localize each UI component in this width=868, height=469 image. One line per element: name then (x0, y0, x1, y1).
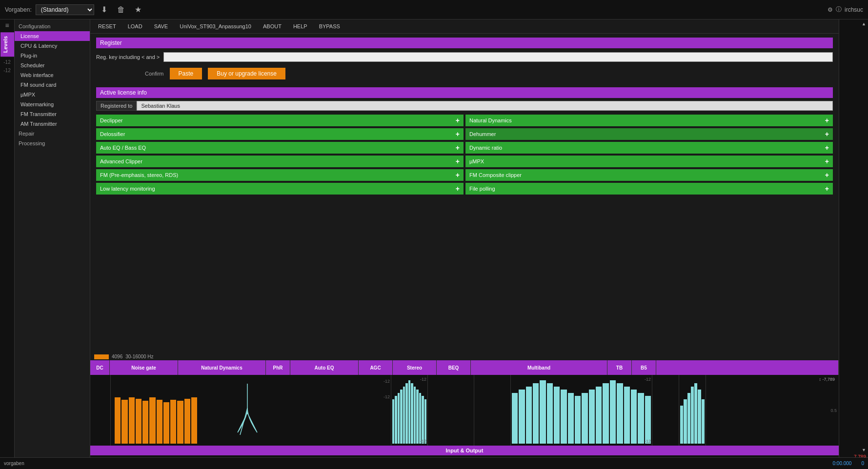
stereo-meter (428, 375, 474, 446)
noise-gate-bar (121, 400, 127, 444)
proc-stereo[interactable]: Stereo (393, 360, 437, 375)
proc-multiband[interactable]: Multiband (471, 360, 607, 375)
phr-meter (294, 375, 321, 446)
proc-dc[interactable]: DC (90, 360, 110, 375)
sidebar-item-license[interactable]: License (15, 31, 90, 41)
load-button[interactable]: LOAD (126, 22, 144, 30)
buy-button[interactable]: Buy or upgrade license (208, 68, 285, 79)
right-scroll-v[interactable]: ▲ (862, 21, 866, 26)
feature-autoeq: Auto EQ / Bass EQ + (96, 142, 464, 154)
agc-meter: -12 -12 (391, 375, 428, 446)
agc-bar (405, 383, 407, 444)
proc-noise-gate[interactable]: Noise gate (110, 360, 178, 375)
dc-meter (90, 375, 111, 446)
sidebar-item-fm-sound-card[interactable]: FM sound card (15, 80, 90, 90)
registered-to-value: Sebastian Klaus (137, 101, 833, 111)
proc-auto-eq[interactable]: Auto EQ (290, 360, 359, 375)
menu-bar: RESET LOAD SAVE UniVox_ST903_Anpassung10… (90, 20, 839, 34)
multiband-bar (596, 387, 602, 444)
top-bar: Vorgaben: (Standard) ⬇ 🗑 ★ ⚙ ⓘ irchsuc (0, 0, 868, 20)
sidebar-item-plugin[interactable]: Plug-in (15, 51, 90, 60)
multiband-bar (589, 390, 595, 444)
levels-tab[interactable]: Levels (0, 32, 14, 57)
sidebar-item-fm-transmitter[interactable]: FM Transmitter (15, 109, 90, 119)
sidebar-section-processing[interactable]: Processing (15, 138, 90, 148)
proc-natural-dynamics[interactable]: Natural Dynamics (178, 360, 266, 375)
proc-beq[interactable]: BEQ (437, 360, 471, 375)
proc-tb[interactable]: TB (607, 360, 632, 375)
reg-key-input[interactable] (163, 52, 833, 62)
help-button[interactable]: HELP (291, 22, 309, 30)
feature-low-latency: Low latency monitoring + (96, 183, 464, 195)
download-icon[interactable]: ⬇ (98, 4, 110, 15)
freq-indicator (94, 354, 109, 359)
sidebar-item-cpu-latency[interactable]: CPU & Latency (15, 41, 90, 51)
content-area: RESET LOAD SAVE UniVox_ST903_Anpassung10… (90, 20, 839, 469)
feature-declipper: Declipper + (96, 115, 464, 126)
multiband-bar (631, 390, 637, 444)
registered-to-row: Registered to Sebastian Klaus (96, 101, 833, 111)
agc-bar (398, 393, 400, 444)
b5-bar (691, 387, 694, 444)
sidebar-section-repair[interactable]: Repair (15, 129, 90, 138)
sidebar-item-umpx[interactable]: µMPX (15, 90, 90, 99)
sidebar-item-watermarking[interactable]: Watermarking (15, 99, 90, 109)
noise-gate-bar (177, 401, 183, 444)
save-button[interactable]: SAVE (152, 22, 170, 30)
multiband-meter: -12 -12 (511, 375, 652, 446)
feature-fm-pre-plus: + (456, 171, 460, 179)
proc-b5[interactable]: B5 (632, 360, 656, 375)
top-bar-left: Vorgaben: (Standard) ⬇ 🗑 ★ (5, 4, 144, 15)
star-icon[interactable]: ★ (132, 4, 144, 15)
status-bar: vorgaben 0:00.000 0 (90, 457, 839, 469)
natdyn-meter (201, 375, 294, 446)
feature-fm-pre-label: FM (Pre-emphasis, stereo, RDS) (100, 172, 178, 178)
register-header: Register (96, 38, 833, 48)
reg-key-label: Reg. key including < and > (96, 54, 160, 60)
bypass-button[interactable]: BYPASS (317, 22, 342, 30)
b5-bar (680, 406, 683, 444)
multiband-bar (512, 393, 518, 444)
noise-gate-bar (136, 399, 141, 444)
multiband-bar (638, 393, 644, 444)
time-display: 0:00.000 (833, 461, 839, 466)
feature-umpx-label: µMPX (469, 158, 484, 164)
sidebar-item-scheduler[interactable]: Scheduler (15, 60, 90, 70)
sidebar-item-am-transmitter[interactable]: AM Transmitter (15, 119, 90, 129)
multiband-bar (533, 383, 539, 444)
autoeq-meter: -12 -12 (321, 375, 391, 446)
preset-select[interactable]: (Standard) (36, 4, 94, 15)
settings-icon[interactable]: ⚙ (828, 6, 833, 13)
trash-icon[interactable]: 🗑 (114, 4, 128, 15)
left-sidebar: Configuration License CPU & Latency Plug… (15, 20, 90, 469)
about-button[interactable]: ABOUT (261, 22, 283, 30)
agc-bar (419, 393, 421, 444)
multiband-bar (554, 387, 560, 444)
paste-button[interactable]: Paste (170, 68, 202, 79)
b5-bar (684, 399, 686, 444)
feature-advanced-clipper: Advanced Clipper + (96, 156, 464, 167)
feature-natural-dynamics-label: Natural Dynamics (469, 117, 512, 123)
proc-last (656, 360, 839, 375)
freq-value: 4096 (112, 354, 122, 359)
home-icon[interactable]: ≡ (5, 21, 9, 29)
reset-button[interactable]: RESET (96, 22, 118, 30)
feature-autoeq-label: Auto EQ / Bass EQ (100, 145, 146, 151)
right-scroll-v-down[interactable]: ▼ (862, 448, 866, 452)
feature-delossifier-plus: + (456, 130, 460, 138)
proc-agc[interactable]: AGC (359, 360, 393, 375)
preset-name-button[interactable]: UniVox_ST903_Anpassung10 (178, 22, 253, 30)
multiband-bar (603, 383, 608, 444)
info-icon[interactable]: ⓘ (836, 5, 842, 14)
noise-gate-bar (163, 402, 169, 444)
feature-dehummer-plus: + (825, 130, 829, 138)
multiband-bar (561, 390, 566, 444)
feature-umpx: µMPX + (465, 156, 833, 167)
feature-fm-pre: FM (Pre-emphasis, stereo, RDS) + (96, 169, 464, 181)
sidebar-section-configuration[interactable]: Configuration (15, 21, 90, 31)
agc-bar (424, 399, 426, 444)
sidebar-item-web-interface[interactable]: Web interface (15, 70, 90, 80)
b5-meter (679, 375, 706, 446)
proc-phr[interactable]: PhR (266, 360, 290, 375)
b5-bar (702, 399, 705, 444)
